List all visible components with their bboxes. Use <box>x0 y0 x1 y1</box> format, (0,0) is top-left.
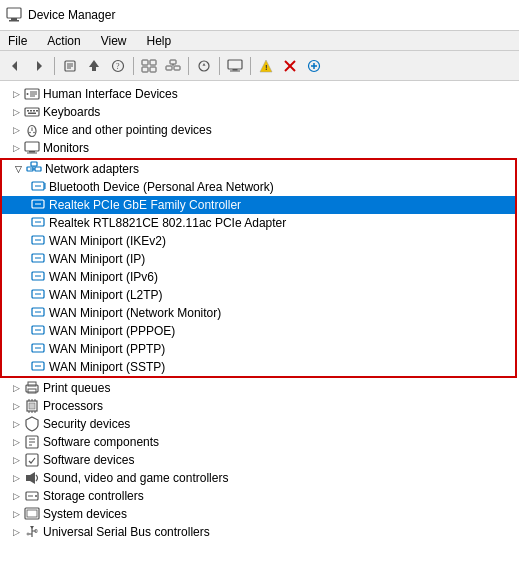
item-label: Sound, video and game controllers <box>43 471 228 485</box>
tree-item-mice[interactable]: ▷ Mice and other pointing devices <box>0 121 519 139</box>
expand-toggle[interactable]: ▷ <box>8 86 24 102</box>
expand-toggle[interactable]: ▷ <box>8 470 24 486</box>
tree-item-wan-ikev2[interactable]: WAN Miniport (IKEv2) <box>2 232 515 250</box>
warning-icon-button[interactable]: ! <box>255 55 277 77</box>
item-label: Bluetooth Device (Personal Area Network) <box>49 180 274 194</box>
tree-item-print-queues[interactable]: ▷ Print queues <box>0 379 519 397</box>
wan-icon <box>30 269 46 285</box>
tree-item-keyboards[interactable]: ▷ Keyboards <box>0 103 519 121</box>
expand-toggle[interactable]: ▷ <box>8 398 24 414</box>
help-button[interactable]: ? <box>107 55 129 77</box>
svg-rect-14 <box>150 60 156 65</box>
svg-rect-51 <box>35 167 41 171</box>
tree-item-realtek-gbe[interactable]: Realtek PCIe GbE Family Controller <box>2 196 515 214</box>
svg-rect-48 <box>29 151 35 153</box>
tree-item-wan-ip[interactable]: WAN Miniport (IP) <box>2 250 515 268</box>
svg-rect-37 <box>25 108 39 116</box>
scan-button[interactable] <box>193 55 215 77</box>
network-adapters-group: ▽ Network adapters Bluetooth Device (Per… <box>0 158 517 378</box>
wan-icon <box>30 341 46 357</box>
network-adapter-icon <box>30 179 46 195</box>
tree-item-system-devices[interactable]: ▷ System devices <box>0 505 519 523</box>
tree-item-software-devices[interactable]: ▷ Software devices <box>0 451 519 469</box>
expand-toggle[interactable]: ▷ <box>8 380 24 396</box>
processor-icon <box>24 398 40 414</box>
item-label: WAN Miniport (IP) <box>49 252 145 266</box>
software-icon <box>24 434 40 450</box>
svg-rect-13 <box>142 60 148 65</box>
svg-rect-52 <box>31 162 37 166</box>
expand-toggle[interactable]: ▷ <box>8 452 24 468</box>
expand-toggle[interactable]: ▷ <box>8 140 24 156</box>
svg-marker-97 <box>30 472 35 484</box>
tree-item-bluetooth[interactable]: Bluetooth Device (Personal Area Network) <box>2 178 515 196</box>
tree-item-sound-video[interactable]: ▷ Sound, video and game controllers <box>0 469 519 487</box>
svg-marker-104 <box>30 526 34 529</box>
tree-item-human-interface[interactable]: ▷ Human Interface Devices <box>0 85 519 103</box>
tree-item-software-components[interactable]: ▷ Software components <box>0 433 519 451</box>
svg-rect-96 <box>26 475 30 481</box>
menu-help[interactable]: Help <box>143 33 176 49</box>
wan-icon <box>30 251 46 267</box>
wan-icon <box>30 305 46 321</box>
menu-file[interactable]: File <box>4 33 31 49</box>
separator-5 <box>250 57 251 75</box>
delete-button[interactable] <box>279 55 301 77</box>
expand-toggle[interactable]: ▷ <box>8 122 24 138</box>
tree-item-storage[interactable]: ▷ Storage controllers <box>0 487 519 505</box>
tree-item-wan-pppoe[interactable]: WAN Miniport (PPPOE) <box>2 322 515 340</box>
forward-button[interactable] <box>28 55 50 77</box>
svg-text:?: ? <box>116 62 120 71</box>
expand-toggle[interactable]: ▷ <box>8 524 24 540</box>
expand-toggle[interactable]: ▷ <box>8 506 24 522</box>
item-label: Human Interface Devices <box>43 87 178 101</box>
storage-icon <box>24 488 40 504</box>
svg-text:!: ! <box>265 63 268 72</box>
separator-3 <box>188 57 189 75</box>
back-button[interactable] <box>4 55 26 77</box>
tree-item-processors[interactable]: ▷ Processors <box>0 397 519 415</box>
tree-item-usb[interactable]: ▷ Universal Serial Bus controllers <box>0 523 519 541</box>
svg-rect-16 <box>150 67 156 72</box>
svg-point-33 <box>27 93 29 95</box>
show-devices-button[interactable] <box>138 55 160 77</box>
update-driver-button[interactable] <box>83 55 105 77</box>
tree-item-wan-l2tp[interactable]: WAN Miniport (L2TP) <box>2 286 515 304</box>
tree-item-wan-sstp[interactable]: WAN Miniport (SSTP) <box>2 358 515 376</box>
expand-toggle[interactable]: ▷ <box>8 434 24 450</box>
item-label: Software components <box>43 435 159 449</box>
svg-rect-95 <box>26 454 38 466</box>
tree-item-wan-netmon[interactable]: WAN Miniport (Network Monitor) <box>2 304 515 322</box>
tree-item-wan-pptp[interactable]: WAN Miniport (PPTP) <box>2 340 515 358</box>
menu-action[interactable]: Action <box>43 33 84 49</box>
properties-button[interactable] <box>59 55 81 77</box>
item-label: Universal Serial Bus controllers <box>43 525 210 539</box>
tree-item-monitors[interactable]: ▷ Monitors <box>0 139 519 157</box>
monitor-button[interactable] <box>224 55 246 77</box>
sound-icon <box>24 470 40 486</box>
add-button[interactable] <box>303 55 325 77</box>
expand-toggle[interactable]: ▽ <box>10 161 26 177</box>
svg-marker-9 <box>89 60 99 67</box>
title-bar: Device Manager <box>0 0 519 31</box>
expand-toggle[interactable]: ▷ <box>8 488 24 504</box>
item-label: WAN Miniport (IPv6) <box>49 270 158 284</box>
svg-rect-20 <box>174 66 180 70</box>
svg-rect-10 <box>92 67 96 71</box>
show-connection-button[interactable] <box>162 55 184 77</box>
svg-point-108 <box>27 533 29 535</box>
menu-view[interactable]: View <box>97 33 131 49</box>
item-label: Processors <box>43 399 103 413</box>
svg-rect-22 <box>228 60 242 69</box>
item-label: WAN Miniport (PPTP) <box>49 342 165 356</box>
tree-item-wan-ipv6[interactable]: WAN Miniport (IPv6) <box>2 268 515 286</box>
svg-rect-23 <box>233 69 238 71</box>
expand-toggle[interactable]: ▷ <box>8 104 24 120</box>
tree-item-realtek-wifi[interactable]: Realtek RTL8821CE 802.11ac PCIe Adapter <box>2 214 515 232</box>
keyboard-icon <box>24 104 40 120</box>
wan-icon <box>30 359 46 375</box>
item-label: Keyboards <box>43 105 100 119</box>
expand-toggle[interactable]: ▷ <box>8 416 24 432</box>
tree-item-security[interactable]: ▷ Security devices <box>0 415 519 433</box>
tree-item-network-adapters[interactable]: ▽ Network adapters <box>2 160 515 178</box>
